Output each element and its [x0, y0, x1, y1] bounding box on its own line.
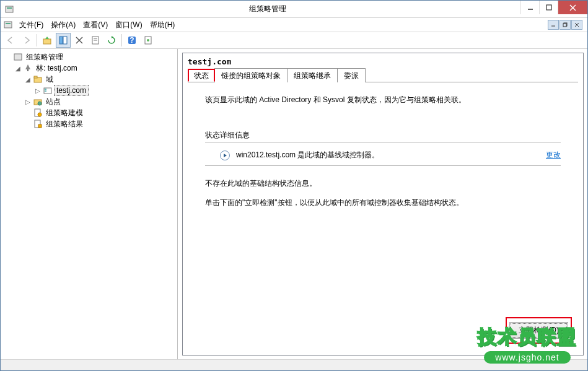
- titlebar: 组策略管理: [1, 1, 587, 18]
- status-details-label: 状态详细信息: [205, 130, 561, 141]
- collapse-icon[interactable]: ◢: [14, 65, 22, 72]
- tree-label: 组策略结果: [44, 118, 85, 130]
- tree-sites[interactable]: ▷ 站点: [3, 96, 177, 107]
- tree-domains[interactable]: ◢ 域: [3, 74, 177, 85]
- expand-icon[interactable]: ▷: [34, 87, 42, 94]
- menu-view[interactable]: 查看(V): [79, 19, 112, 32]
- minimize-button[interactable]: [520, 1, 539, 14]
- menubar: 文件(F) 操作(A) 查看(V) 窗口(W) 帮助(H): [1, 18, 587, 32]
- detail-panel: testj.com 状态 链接的组策略对象 组策略继承 委派 该页显示此域的 A…: [178, 49, 587, 359]
- menu-window[interactable]: 窗口(W): [112, 19, 146, 32]
- divider: [205, 142, 561, 142]
- svg-rect-10: [563, 24, 566, 27]
- menu-help[interactable]: 帮助(H): [146, 19, 179, 32]
- up-button[interactable]: [40, 33, 55, 48]
- toolbar-separator: [37, 34, 37, 46]
- tree-label: 组策略管理: [24, 51, 65, 63]
- svg-rect-37: [38, 124, 42, 128]
- svg-rect-13: [43, 39, 51, 44]
- results-icon: [33, 119, 43, 129]
- svg-point-33: [38, 102, 42, 105]
- maximize-button[interactable]: [539, 1, 558, 14]
- tree-modeling[interactable]: 组策略建模: [3, 107, 177, 118]
- sites-icon: [33, 97, 43, 107]
- svg-rect-31: [45, 90, 46, 92]
- tree-label: testj.com: [54, 85, 89, 96]
- forest-icon: [23, 63, 33, 73]
- mdi-restore-button[interactable]: [559, 20, 571, 30]
- svg-rect-26: [27, 69, 29, 71]
- help-button[interactable]: ?: [125, 33, 139, 48]
- svg-point-24: [147, 39, 149, 41]
- svg-text:?: ?: [129, 36, 134, 45]
- modeling-icon: [33, 108, 43, 118]
- menu-action[interactable]: 操作(A): [47, 19, 79, 32]
- show-tree-button[interactable]: [56, 33, 71, 48]
- tree-domain-selected[interactable]: ▷ testj.com: [3, 85, 177, 96]
- delete-button[interactable]: [72, 33, 87, 48]
- domain-icon: [43, 85, 53, 95]
- tab-inheritance[interactable]: 组策略继承: [287, 68, 338, 82]
- svg-rect-15: [63, 37, 67, 44]
- gpmc-icon: [13, 52, 23, 62]
- instruction-text: 单击下面的"立即检测"按钮，以便从此域中的所有域控制器收集基础结构状态。: [205, 198, 561, 208]
- svg-rect-14: [59, 37, 63, 44]
- baseline-row: win2012.testj.com 是此域的基线域控制器。 更改: [205, 150, 561, 160]
- tree-label: 组策略建模: [44, 107, 85, 119]
- intro-text: 该页显示此域的 Active Directory 和 Sysvol 复制状态，因…: [205, 95, 561, 105]
- detect-highlight: 立即检测(D): [506, 317, 572, 344]
- detail-title: testj.com: [188, 56, 578, 69]
- tree-forest[interactable]: ◢ 林: testj.com: [3, 63, 177, 74]
- divider: [205, 165, 561, 166]
- tab-strip: 状态 链接的组策略对象 组策略继承 委派: [188, 69, 578, 82]
- tab-status[interactable]: 状态: [188, 69, 215, 82]
- svg-rect-30: [45, 89, 46, 90]
- mdi-close-button[interactable]: [571, 20, 582, 30]
- tree-panel: 组策略管理 ◢ 林: testj.com ◢ 域 ▷ testj.com ▷ 站…: [1, 49, 178, 359]
- close-button[interactable]: [558, 1, 587, 14]
- expand-icon[interactable]: ▷: [24, 98, 32, 105]
- toolbar: ?: [1, 32, 587, 49]
- export-button[interactable]: [141, 33, 156, 48]
- statusbar: [1, 359, 587, 370]
- nav-back-button[interactable]: [3, 33, 18, 48]
- tab-linked-gpo[interactable]: 链接的组策略对象: [214, 68, 287, 82]
- baseline-text: win2012.testj.com 是此域的基线域控制器。: [236, 150, 379, 160]
- collapse-icon[interactable]: ◢: [24, 76, 32, 83]
- play-icon[interactable]: [220, 151, 230, 160]
- tab-content: 该页显示此域的 Active Directory 和 Sysvol 复制状态，因…: [188, 82, 578, 350]
- svg-rect-7: [6, 23, 11, 24]
- toolbar-separator: [121, 34, 122, 46]
- svg-rect-28: [34, 76, 37, 78]
- tree-results[interactable]: 组策略结果: [3, 118, 177, 129]
- app-icon: [4, 4, 14, 14]
- svg-rect-0: [6, 6, 13, 12]
- detect-now-button[interactable]: 立即检测(D): [509, 322, 568, 339]
- tree-label: 域: [44, 74, 55, 85]
- window-title: 组策略管理: [14, 4, 520, 14]
- tree-label: 站点: [44, 96, 63, 108]
- tab-delegation[interactable]: 委派: [337, 68, 366, 82]
- svg-rect-1: [7, 7, 12, 9]
- tree-root[interactable]: 组策略管理: [3, 51, 177, 63]
- app-small-icon: [3, 20, 13, 30]
- svg-rect-6: [4, 22, 12, 28]
- properties-button[interactable]: [88, 33, 103, 48]
- svg-point-35: [38, 113, 42, 116]
- nav-forward-button[interactable]: [19, 33, 34, 48]
- domains-folder-icon: [33, 74, 43, 84]
- svg-rect-25: [14, 54, 22, 60]
- mdi-minimize-button[interactable]: [548, 20, 559, 30]
- svg-rect-3: [546, 5, 551, 10]
- no-info-text: 不存在此域的基础结构状态信息。: [205, 178, 561, 189]
- tree-label: 林: testj.com: [34, 63, 79, 74]
- refresh-button[interactable]: [104, 33, 119, 48]
- menu-file[interactable]: 文件(F): [15, 19, 47, 32]
- change-link[interactable]: 更改: [546, 150, 561, 160]
